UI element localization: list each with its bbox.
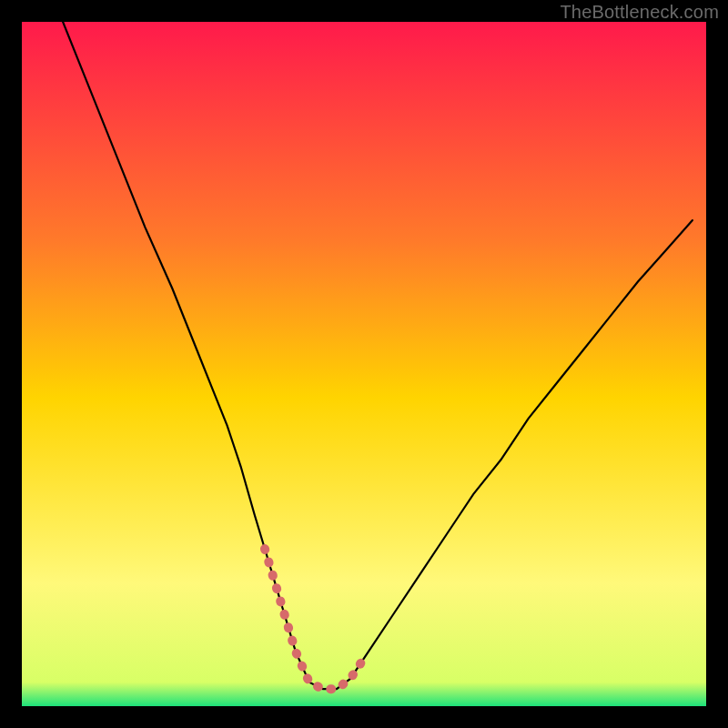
chart-frame [22,22,706,706]
watermark-text: TheBottleneck.com [560,2,719,23]
bottleneck-chart [22,22,706,706]
chart-background [22,22,706,706]
